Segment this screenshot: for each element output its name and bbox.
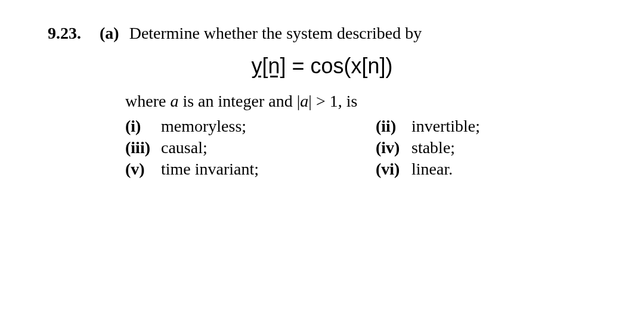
where-prefix: where xyxy=(125,92,170,110)
option-i: (i) memoryless; xyxy=(125,117,376,136)
part-label: (a) xyxy=(100,24,119,42)
option-label: (iv) xyxy=(376,138,411,157)
option-label: (vi) xyxy=(376,160,411,179)
option-label: (i) xyxy=(125,117,161,136)
option-text: linear. xyxy=(411,160,453,179)
option-vi: (vi) linear. xyxy=(376,160,453,179)
option-label: (ii) xyxy=(376,117,411,136)
option-text: stable; xyxy=(411,138,455,157)
equation: y[n] = cos(x[n]) xyxy=(48,54,596,79)
equation-rhs: cos(x[n]) xyxy=(311,54,393,78)
intro-text: Determine whether the system described b… xyxy=(129,24,422,42)
equation-lhs: y[n] xyxy=(251,54,286,78)
where-suffix: | > 1, is xyxy=(308,92,357,110)
option-row-1: (i) memoryless; (ii) invertible; xyxy=(125,117,596,136)
option-text: causal; xyxy=(161,138,208,157)
option-row-2: (iii) causal; (iv) stable; xyxy=(125,138,596,157)
option-label: (iii) xyxy=(125,138,161,157)
options-list: (i) memoryless; (ii) invertible; (iii) c… xyxy=(125,117,596,179)
option-row-3: (v) time invariant; (vi) linear. xyxy=(125,160,596,179)
option-v: (v) time invariant; xyxy=(125,160,376,179)
problem-heading: 9.23. (a) Determine whether the system d… xyxy=(48,24,596,43)
equation-equals: = xyxy=(286,54,310,78)
option-text: memoryless; xyxy=(161,117,246,136)
option-text: invertible; xyxy=(411,117,480,136)
option-ii: (ii) invertible; xyxy=(376,117,480,136)
where-clause: where a is an integer and |a| > 1, is xyxy=(125,92,596,111)
option-label: (v) xyxy=(125,160,161,179)
where-var-a2: a xyxy=(300,92,308,110)
where-mid: is an integer and | xyxy=(178,92,300,110)
where-var-a1: a xyxy=(170,92,178,110)
problem-number: 9.23. xyxy=(48,24,81,42)
option-iii: (iii) causal; xyxy=(125,138,376,157)
option-text: time invariant; xyxy=(161,160,259,179)
option-iv: (iv) stable; xyxy=(376,138,455,157)
